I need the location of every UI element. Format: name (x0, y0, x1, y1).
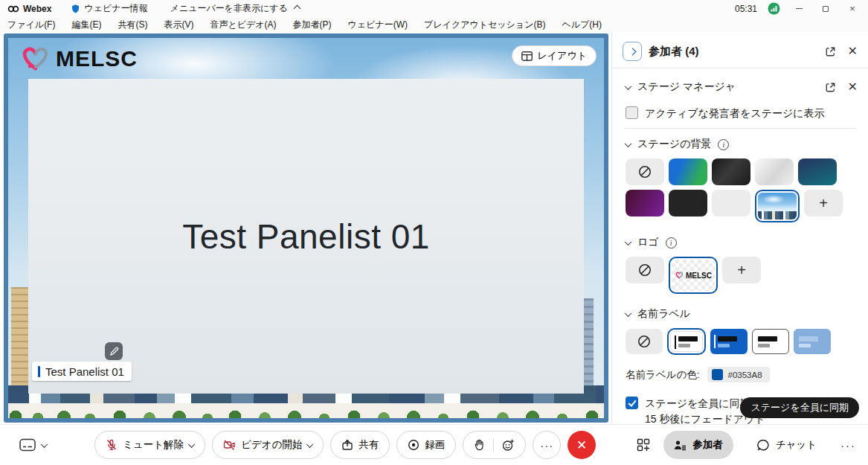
menu-participants[interactable]: 参加者(P) (293, 19, 332, 31)
more-options-button[interactable]: ··· (533, 431, 561, 459)
menu-help[interactable]: ヘルプ(H) (562, 19, 602, 31)
stage-background-title: ステージの背景 (637, 138, 711, 151)
color-value-text: #0353A8 (728, 371, 762, 379)
chevron-down-icon[interactable] (625, 310, 632, 317)
close-panel-button[interactable]: ✕ (848, 45, 858, 57)
stage-manager-header: ステージ マネージャ ✕ (612, 68, 868, 100)
unmute-button[interactable]: ミュート解除 (94, 431, 205, 459)
record-button[interactable]: 録画 (396, 431, 456, 459)
background-thumb-city-selected[interactable] (755, 190, 800, 222)
name-label-style-2[interactable] (710, 329, 748, 354)
sync-stage-button[interactable]: ステージを全員に同期 (740, 397, 859, 418)
maximize-button[interactable] (817, 2, 834, 16)
treeline-strip (8, 403, 604, 418)
webex-brand-label: Webex (23, 4, 51, 14)
none-icon (637, 334, 652, 349)
label-bar (678, 344, 690, 347)
more-icon: ··· (540, 439, 553, 452)
info-icon[interactable]: i (666, 237, 677, 248)
chevron-down-icon (188, 440, 196, 448)
webex-webinar-window: Webex ウェビナー情報 メニューバーを非表示にする 05:31 × ファイル… (0, 0, 868, 465)
participants-toggle-button[interactable]: 参加者 (663, 431, 733, 459)
menu-file[interactable]: ファイル(F) (7, 19, 55, 31)
background-thumb-charcoal[interactable] (669, 190, 707, 217)
record-icon (408, 439, 419, 451)
layout-button[interactable]: レイアウト (512, 45, 597, 66)
window-close-button[interactable]: × (844, 2, 861, 16)
minimize-button[interactable] (791, 2, 807, 16)
label-vbar (714, 335, 716, 348)
menu-view[interactable]: 表示(V) (164, 19, 193, 31)
background-thumb-light-silk[interactable] (755, 158, 794, 185)
connection-quality-icon[interactable] (768, 2, 780, 15)
menu-edit[interactable]: 編集(E) (71, 19, 101, 31)
titlebar-right: 05:31 × (735, 2, 861, 16)
start-video-button[interactable]: ビデオの開始 (212, 431, 324, 459)
background-thumb-light-gray[interactable] (712, 190, 750, 217)
background-thumb-blue-green[interactable] (669, 158, 707, 185)
popout-icon (825, 82, 836, 93)
hide-menubar-button[interactable]: メニューバーを非表示にする (170, 2, 300, 15)
reactions-icon[interactable] (502, 439, 515, 452)
name-label-style-4[interactable] (794, 329, 831, 354)
label-vbar (675, 336, 676, 349)
active-speaker-label: アクティブな発言者をステージに表示 (645, 106, 825, 121)
popout-stage-manager-button[interactable] (825, 82, 836, 93)
clock: 05:31 (735, 4, 757, 14)
close-icon: ✕ (848, 45, 858, 57)
menu-audio-video[interactable]: 音声とビデオ(A) (210, 19, 276, 31)
name-label-color-picker[interactable]: #0353A8 (707, 367, 770, 382)
background-add-button[interactable]: + (804, 190, 843, 217)
label-bar (799, 336, 818, 341)
menu-share[interactable]: 共有(S) (118, 19, 147, 31)
popout-panel-button[interactable] (825, 46, 836, 57)
titlebar: Webex ウェビナー情報 メニューバーを非表示にする 05:31 × (0, 0, 868, 17)
name-label-section-title: 名前ラベル (637, 307, 690, 321)
chevron-right-icon (629, 48, 636, 55)
background-thumb-purple[interactable] (626, 190, 664, 217)
background-thumb-dark-wave[interactable] (712, 158, 750, 185)
camera-muted-icon (223, 439, 236, 451)
melsc-heart-logo (19, 44, 53, 74)
share-button[interactable]: 共有 (330, 431, 390, 459)
webex-logo (7, 4, 19, 13)
name-label-thumbnails (612, 327, 868, 359)
logo-thumb-melsc-selected[interactable]: MELSC (669, 257, 718, 294)
chat-toggle-button[interactable]: チャット (747, 431, 827, 459)
logo-thumbnail-text: MELSC (686, 272, 712, 280)
name-label-color-label: 名前ラベルの色: (626, 368, 700, 382)
chevron-down-icon (41, 440, 48, 448)
info-icon[interactable]: i (718, 139, 729, 150)
participants-panel: 参加者 (4) ✕ ステージ マネージャ ✕ アクティブな発言者をステージに表示 (611, 32, 868, 424)
name-label-style-1-selected[interactable] (667, 328, 706, 355)
leave-webinar-button[interactable]: ✕ (568, 431, 596, 459)
name-label-style-white (670, 331, 703, 352)
name-label-none-thumb[interactable] (626, 329, 663, 354)
close-stage-manager-button[interactable]: ✕ (848, 81, 858, 93)
panel-toggles: 参加者 チャット ··· (637, 431, 856, 459)
menu-breakout[interactable]: ブレイクアウトセッション(B) (424, 19, 545, 31)
name-label-accent-bar (38, 366, 40, 377)
chevron-down-icon[interactable] (625, 83, 632, 90)
webinar-info-button[interactable]: ウェビナー情報 (71, 2, 147, 15)
label-bar (678, 336, 698, 341)
apps-button[interactable] (637, 438, 650, 452)
background-thumb-navy-teal[interactable] (798, 158, 837, 185)
raise-hand-icon[interactable] (474, 439, 485, 451)
collapse-panel-button[interactable] (623, 42, 642, 61)
chevron-down-icon[interactable] (625, 140, 632, 147)
background-none-thumb[interactable] (626, 158, 664, 185)
unmute-label: ミュート解除 (123, 438, 184, 452)
toolbar-overflow-button[interactable]: ··· (840, 439, 856, 452)
captions-button[interactable] (19, 438, 47, 452)
active-speaker-checkbox[interactable] (626, 106, 638, 119)
logo-none-thumb[interactable] (626, 257, 664, 283)
panel-header: 参加者 (4) ✕ (612, 32, 868, 68)
menu-webinar[interactable]: ウェビナー(W) (348, 19, 408, 31)
logo-add-button[interactable]: + (722, 257, 761, 283)
name-label-style-3[interactable] (752, 329, 789, 354)
sync-fade-checkbox[interactable] (626, 397, 638, 409)
close-icon: ✕ (848, 81, 858, 93)
edit-name-label-button[interactable] (105, 342, 123, 360)
chevron-down-icon[interactable] (625, 238, 632, 246)
